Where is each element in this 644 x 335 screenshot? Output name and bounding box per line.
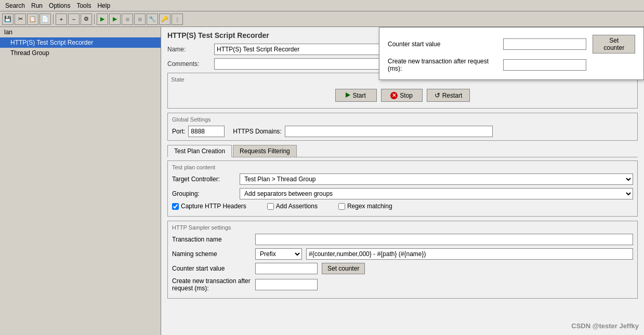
port-label: Port: (172, 128, 185, 135)
name-label: Name: (167, 46, 214, 53)
tree-item-thread-label: Thread Group (10, 49, 49, 57)
dropdown-overlay: Counter start value Set counter Create n… (379, 27, 644, 80)
port-field: Port: (172, 126, 225, 137)
tree-item-recorder-label: HTTP(S) Test Script Recorder (10, 39, 93, 46)
capture-http-checkbox[interactable] (172, 203, 179, 210)
toolbar-copy[interactable]: 📋 (27, 14, 38, 25)
add-assertions-item: Add Assertions (267, 203, 318, 210)
checkboxes-row: Capture HTTP Headers Add Assertions Rege… (172, 203, 633, 210)
regex-matching-checkbox[interactable] (338, 203, 345, 210)
grouping-row: Grouping: Add separators between groups (172, 188, 633, 199)
overlay-transaction-label: Create new transaction after request (ms… (388, 58, 489, 72)
https-field: HTTPS Domains: (233, 126, 492, 137)
menu-options[interactable]: Options (46, 1, 73, 10)
overlay-transaction-input[interactable] (503, 59, 586, 71)
toolbar-cut[interactable]: ✂ (15, 14, 26, 25)
watermark: CSDN @tester Jeffky (571, 322, 639, 330)
create-transaction-input[interactable] (255, 279, 318, 290)
overlay-set-counter-btn[interactable]: Set counter (593, 35, 635, 53)
comments-label: Comments: (167, 60, 214, 68)
test-plan-content: Test plan content Target Controller: Tes… (167, 160, 638, 217)
grouping-select[interactable]: Add separators between groups (240, 188, 633, 199)
tabs: Test Plan Creation Requests Filtering (167, 145, 638, 157)
restart-icon: ↺ (435, 91, 440, 99)
toolbar-stop-round[interactable]: ⏺ (122, 14, 133, 25)
state-buttons: Start ✕ Stop ↺ Restart (171, 86, 634, 105)
menu-help[interactable]: Help (94, 1, 113, 10)
toolbar-remove[interactable]: − (68, 14, 80, 25)
main-layout: lan HTTP(S) Test Script Recorder Thread … (0, 27, 644, 335)
add-assertions-label: Add Assertions (276, 203, 318, 210)
naming-scheme-row: Naming scheme Prefix (172, 248, 633, 260)
capture-http-item: Capture HTTP Headers (172, 203, 246, 210)
regex-matching-item: Regex matching (338, 203, 392, 210)
toolbar-settings[interactable]: ⚙ (81, 14, 92, 25)
https-label: HTTPS Domains: (233, 128, 281, 135)
tree-item-recorder[interactable]: HTTP(S) Test Script Recorder (0, 37, 161, 48)
menu-search[interactable]: Search (2, 1, 28, 10)
set-counter-button[interactable]: Set counter (322, 263, 365, 274)
naming-scheme-label: Naming scheme (172, 250, 255, 258)
global-settings: Global Settings Port: HTTPS Domains: (167, 113, 638, 141)
counter-start-input[interactable] (255, 263, 318, 274)
right-panel: Counter start value Set counter Create n… (161, 27, 644, 335)
left-panel: lan HTTP(S) Test Script Recorder Thread … (0, 27, 161, 335)
overlay-counter-input[interactable] (503, 38, 586, 50)
target-controller-row: Target Controller: Test Plan > Thread Gr… (172, 173, 633, 185)
stop-label: Stop (400, 92, 413, 99)
counter-start-row: Counter start value Set counter (172, 263, 633, 274)
target-controller-label: Target Controller: (172, 176, 240, 183)
menu-bar: Search Run Options Tools Help (0, 0, 644, 11)
play-icon (346, 92, 350, 99)
stop-icon: ✕ (390, 92, 398, 99)
menu-run[interactable]: Run (28, 1, 46, 10)
tree-item-thread-group[interactable]: Thread Group (0, 48, 161, 58)
transaction-name-row: Transaction name (172, 234, 633, 245)
capture-http-label: Capture HTTP Headers (181, 203, 246, 210)
toolbar-sep-1 (53, 14, 54, 24)
regex-matching-label: Regex matching (347, 203, 392, 210)
toolbar-save[interactable]: 💾 (2, 14, 14, 25)
toolbar-play-start[interactable]: ▶ (109, 14, 121, 25)
grouping-label: Grouping: (172, 190, 240, 197)
counter-start-label: Counter start value (172, 265, 255, 272)
menu-tools[interactable]: Tools (73, 1, 94, 10)
stop-button[interactable]: ✕ Stop (381, 89, 423, 102)
port-input[interactable] (188, 126, 225, 137)
restart-label: Restart (442, 92, 463, 99)
create-transaction-row: Create new transaction after request (ms… (172, 277, 633, 292)
toolbar-config1[interactable]: 🔧 (147, 14, 158, 25)
toolbar-play[interactable]: ▶ (97, 14, 108, 25)
add-assertions-checkbox[interactable] (267, 203, 274, 210)
http-sampler-settings: HTTP Sampler settings Transaction name N… (167, 221, 638, 299)
toolbar-more[interactable]: | (172, 14, 183, 25)
http-sampler-label: HTTP Sampler settings (172, 224, 633, 231)
create-transaction-label: Create new transaction after request (ms… (172, 277, 255, 292)
target-controller-select[interactable]: Test Plan > Thread Group (240, 173, 633, 185)
global-settings-label: Global Settings (172, 116, 633, 123)
tab-requests[interactable]: Requests Filtering (233, 145, 297, 157)
tree-item-lan[interactable]: lan (0, 27, 161, 37)
toolbar-add[interactable]: + (56, 14, 67, 25)
overlay-counter-label: Counter start value (388, 41, 440, 48)
https-input[interactable] (285, 126, 493, 137)
toolbar-paste[interactable]: 📄 (40, 14, 51, 25)
settings-row: Port: HTTPS Domains: (172, 126, 633, 137)
toolbar-sep-2 (94, 14, 95, 24)
toolbar: 💾 ✂ 📋 📄 + − ⚙ ▶ ▶ ⏺ ⏹ 🔧 🔑 | (0, 11, 644, 27)
transaction-name-input[interactable] (255, 234, 633, 245)
transaction-name-label: Transaction name (172, 236, 255, 243)
test-plan-content-label: Test plan content (172, 164, 633, 170)
tab-test-plan[interactable]: Test Plan Creation (167, 145, 232, 157)
naming-pattern-input[interactable] (306, 248, 633, 260)
naming-scheme-select[interactable]: Prefix (255, 248, 302, 260)
start-button[interactable]: Start (335, 89, 377, 102)
tree-item-lan-label: lan (4, 29, 12, 36)
toolbar-stop-square[interactable]: ⏹ (134, 14, 146, 25)
restart-button[interactable]: ↺ Restart (427, 89, 470, 102)
start-label: Start (352, 92, 365, 99)
toolbar-config2[interactable]: 🔑 (159, 14, 170, 25)
